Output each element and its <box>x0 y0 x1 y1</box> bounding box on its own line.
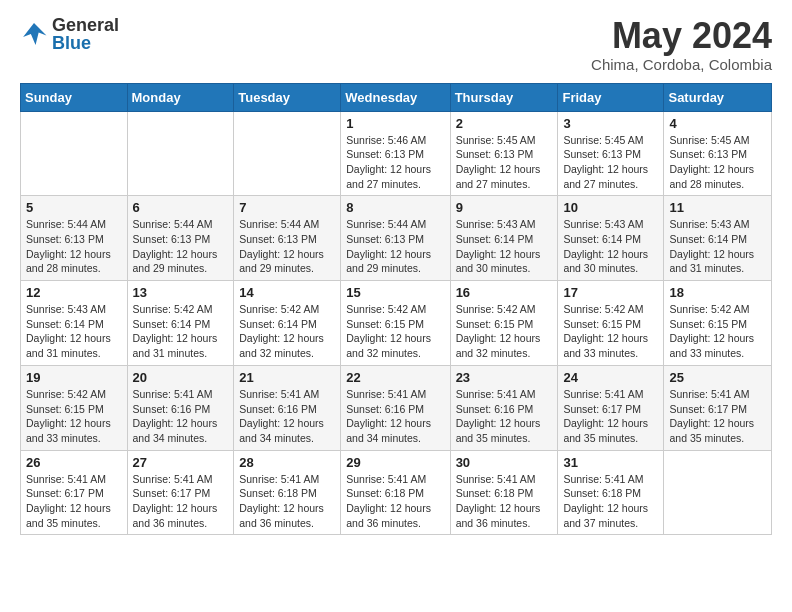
calendar-week-5: 26Sunrise: 5:41 AM Sunset: 6:17 PM Dayli… <box>21 450 772 535</box>
calendar-cell: 20Sunrise: 5:41 AM Sunset: 6:16 PM Dayli… <box>127 365 234 450</box>
calendar-cell: 30Sunrise: 5:41 AM Sunset: 6:18 PM Dayli… <box>450 450 558 535</box>
logo-text: General Blue <box>52 16 119 52</box>
day-number: 16 <box>456 285 553 300</box>
calendar-cell: 26Sunrise: 5:41 AM Sunset: 6:17 PM Dayli… <box>21 450 128 535</box>
day-info: Sunrise: 5:46 AM Sunset: 6:13 PM Dayligh… <box>346 133 444 192</box>
day-number: 11 <box>669 200 766 215</box>
day-info: Sunrise: 5:44 AM Sunset: 6:13 PM Dayligh… <box>133 217 229 276</box>
calendar-cell <box>664 450 772 535</box>
day-number: 17 <box>563 285 658 300</box>
day-info: Sunrise: 5:41 AM Sunset: 6:18 PM Dayligh… <box>456 472 553 531</box>
day-info: Sunrise: 5:42 AM Sunset: 6:15 PM Dayligh… <box>456 302 553 361</box>
calendar-cell: 19Sunrise: 5:42 AM Sunset: 6:15 PM Dayli… <box>21 365 128 450</box>
day-info: Sunrise: 5:43 AM Sunset: 6:14 PM Dayligh… <box>26 302 122 361</box>
day-number: 29 <box>346 455 444 470</box>
day-info: Sunrise: 5:42 AM Sunset: 6:15 PM Dayligh… <box>563 302 658 361</box>
calendar-cell: 5Sunrise: 5:44 AM Sunset: 6:13 PM Daylig… <box>21 196 128 281</box>
calendar-cell: 7Sunrise: 5:44 AM Sunset: 6:13 PM Daylig… <box>234 196 341 281</box>
logo-icon <box>20 20 48 48</box>
day-number: 25 <box>669 370 766 385</box>
calendar-week-3: 12Sunrise: 5:43 AM Sunset: 6:14 PM Dayli… <box>21 281 772 366</box>
day-info: Sunrise: 5:43 AM Sunset: 6:14 PM Dayligh… <box>563 217 658 276</box>
calendar-cell: 10Sunrise: 5:43 AM Sunset: 6:14 PM Dayli… <box>558 196 664 281</box>
day-number: 9 <box>456 200 553 215</box>
day-number: 27 <box>133 455 229 470</box>
day-info: Sunrise: 5:43 AM Sunset: 6:14 PM Dayligh… <box>669 217 766 276</box>
calendar-cell: 27Sunrise: 5:41 AM Sunset: 6:17 PM Dayli… <box>127 450 234 535</box>
day-number: 1 <box>346 116 444 131</box>
day-info: Sunrise: 5:41 AM Sunset: 6:18 PM Dayligh… <box>239 472 335 531</box>
calendar-cell <box>21 111 128 196</box>
day-number: 8 <box>346 200 444 215</box>
day-number: 28 <box>239 455 335 470</box>
calendar-cell: 23Sunrise: 5:41 AM Sunset: 6:16 PM Dayli… <box>450 365 558 450</box>
column-header-tuesday: Tuesday <box>234 83 341 111</box>
day-info: Sunrise: 5:41 AM Sunset: 6:16 PM Dayligh… <box>456 387 553 446</box>
day-info: Sunrise: 5:41 AM Sunset: 6:17 PM Dayligh… <box>669 387 766 446</box>
day-info: Sunrise: 5:41 AM Sunset: 6:17 PM Dayligh… <box>26 472 122 531</box>
day-number: 4 <box>669 116 766 131</box>
day-info: Sunrise: 5:42 AM Sunset: 6:14 PM Dayligh… <box>133 302 229 361</box>
location: Chima, Cordoba, Colombia <box>591 56 772 73</box>
day-number: 2 <box>456 116 553 131</box>
calendar-cell: 28Sunrise: 5:41 AM Sunset: 6:18 PM Dayli… <box>234 450 341 535</box>
calendar-week-2: 5Sunrise: 5:44 AM Sunset: 6:13 PM Daylig… <box>21 196 772 281</box>
day-number: 6 <box>133 200 229 215</box>
day-info: Sunrise: 5:41 AM Sunset: 6:17 PM Dayligh… <box>563 387 658 446</box>
calendar-cell: 8Sunrise: 5:44 AM Sunset: 6:13 PM Daylig… <box>341 196 450 281</box>
calendar-cell: 16Sunrise: 5:42 AM Sunset: 6:15 PM Dayli… <box>450 281 558 366</box>
day-number: 31 <box>563 455 658 470</box>
day-info: Sunrise: 5:42 AM Sunset: 6:15 PM Dayligh… <box>346 302 444 361</box>
logo-general: General <box>52 16 119 34</box>
calendar-cell: 9Sunrise: 5:43 AM Sunset: 6:14 PM Daylig… <box>450 196 558 281</box>
day-number: 3 <box>563 116 658 131</box>
column-header-saturday: Saturday <box>664 83 772 111</box>
svg-marker-0 <box>23 23 46 45</box>
day-number: 19 <box>26 370 122 385</box>
day-info: Sunrise: 5:42 AM Sunset: 6:15 PM Dayligh… <box>26 387 122 446</box>
day-info: Sunrise: 5:45 AM Sunset: 6:13 PM Dayligh… <box>669 133 766 192</box>
day-info: Sunrise: 5:41 AM Sunset: 6:18 PM Dayligh… <box>346 472 444 531</box>
day-number: 20 <box>133 370 229 385</box>
calendar-cell: 31Sunrise: 5:41 AM Sunset: 6:18 PM Dayli… <box>558 450 664 535</box>
day-info: Sunrise: 5:41 AM Sunset: 6:18 PM Dayligh… <box>563 472 658 531</box>
day-info: Sunrise: 5:43 AM Sunset: 6:14 PM Dayligh… <box>456 217 553 276</box>
day-info: Sunrise: 5:42 AM Sunset: 6:15 PM Dayligh… <box>669 302 766 361</box>
day-number: 13 <box>133 285 229 300</box>
day-info: Sunrise: 5:41 AM Sunset: 6:16 PM Dayligh… <box>346 387 444 446</box>
day-info: Sunrise: 5:42 AM Sunset: 6:14 PM Dayligh… <box>239 302 335 361</box>
day-number: 18 <box>669 285 766 300</box>
column-header-thursday: Thursday <box>450 83 558 111</box>
calendar-cell: 4Sunrise: 5:45 AM Sunset: 6:13 PM Daylig… <box>664 111 772 196</box>
calendar-cell: 3Sunrise: 5:45 AM Sunset: 6:13 PM Daylig… <box>558 111 664 196</box>
calendar-week-1: 1Sunrise: 5:46 AM Sunset: 6:13 PM Daylig… <box>21 111 772 196</box>
logo-blue: Blue <box>52 34 119 52</box>
day-info: Sunrise: 5:44 AM Sunset: 6:13 PM Dayligh… <box>239 217 335 276</box>
day-number: 30 <box>456 455 553 470</box>
day-number: 7 <box>239 200 335 215</box>
day-info: Sunrise: 5:41 AM Sunset: 6:16 PM Dayligh… <box>239 387 335 446</box>
day-number: 26 <box>26 455 122 470</box>
day-number: 23 <box>456 370 553 385</box>
day-info: Sunrise: 5:44 AM Sunset: 6:13 PM Dayligh… <box>346 217 444 276</box>
calendar-cell: 17Sunrise: 5:42 AM Sunset: 6:15 PM Dayli… <box>558 281 664 366</box>
calendar-body: 1Sunrise: 5:46 AM Sunset: 6:13 PM Daylig… <box>21 111 772 535</box>
calendar-cell: 29Sunrise: 5:41 AM Sunset: 6:18 PM Dayli… <box>341 450 450 535</box>
day-number: 12 <box>26 285 122 300</box>
column-header-sunday: Sunday <box>21 83 128 111</box>
calendar-cell <box>234 111 341 196</box>
day-number: 5 <box>26 200 122 215</box>
header-right: May 2024 Chima, Cordoba, Colombia <box>591 16 772 73</box>
day-number: 21 <box>239 370 335 385</box>
column-header-wednesday: Wednesday <box>341 83 450 111</box>
calendar-cell: 14Sunrise: 5:42 AM Sunset: 6:14 PM Dayli… <box>234 281 341 366</box>
calendar-cell: 11Sunrise: 5:43 AM Sunset: 6:14 PM Dayli… <box>664 196 772 281</box>
month-title: May 2024 <box>591 16 772 56</box>
calendar-header: SundayMondayTuesdayWednesdayThursdayFrid… <box>21 83 772 111</box>
calendar-cell: 15Sunrise: 5:42 AM Sunset: 6:15 PM Dayli… <box>341 281 450 366</box>
calendar-week-4: 19Sunrise: 5:42 AM Sunset: 6:15 PM Dayli… <box>21 365 772 450</box>
day-number: 22 <box>346 370 444 385</box>
calendar-cell: 12Sunrise: 5:43 AM Sunset: 6:14 PM Dayli… <box>21 281 128 366</box>
column-header-monday: Monday <box>127 83 234 111</box>
day-number: 24 <box>563 370 658 385</box>
